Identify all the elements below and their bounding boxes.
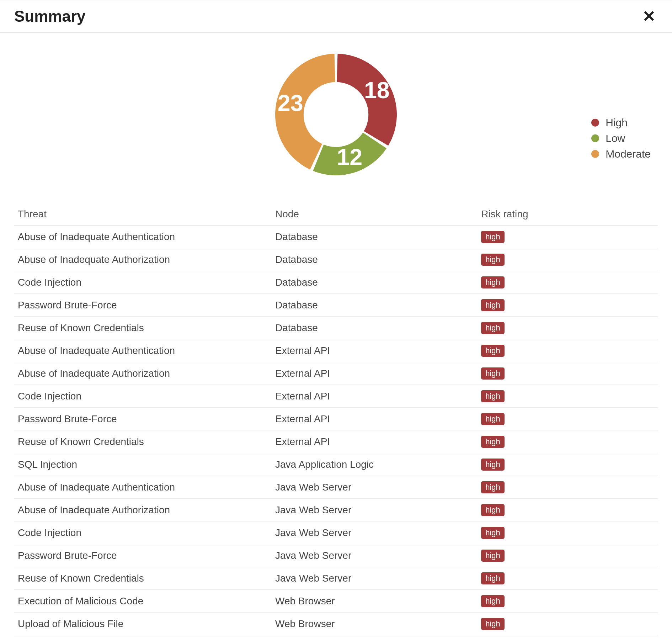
cell-threat: Abuse of Inadequate Authorization <box>14 362 272 385</box>
cell-rating: high <box>478 271 658 294</box>
cell-node: Web Browser <box>272 590 478 613</box>
cell-threat: Abuse of Inadequate Authentication <box>14 476 272 499</box>
table-row[interactable]: Upload of Malicious FileWeb Browserhigh <box>14 613 658 635</box>
legend-label: High <box>606 117 628 129</box>
cell-threat: Execution of Malicious Code <box>14 590 272 613</box>
legend-label: Low <box>606 132 625 144</box>
legend-dot-high <box>591 119 599 127</box>
summary-modal: Summary ✕ 181223 HighLowModerate Threat … <box>0 0 672 641</box>
cell-node: Java Web Server <box>272 476 478 499</box>
table-row[interactable]: Abuse of Inadequate AuthorizationExterna… <box>14 362 658 385</box>
legend-item-moderate[interactable]: Moderate <box>591 148 651 160</box>
cell-rating: high <box>478 567 658 590</box>
cell-rating: high <box>478 225 658 248</box>
cell-rating: high <box>478 339 658 362</box>
risk-badge: high <box>481 504 505 516</box>
table-row[interactable]: Execution of Malicious CodeWeb Browserhi… <box>14 590 658 613</box>
cell-node: Java Application Logic <box>272 453 478 476</box>
table-row[interactable]: Abuse of Inadequate AuthenticationExtern… <box>14 339 658 362</box>
risk-badge: high <box>481 595 505 607</box>
legend-item-low[interactable]: Low <box>591 132 651 144</box>
cell-node: External API <box>272 339 478 362</box>
risk-badge: high <box>481 413 505 425</box>
table-row[interactable]: Abuse of Inadequate AuthenticationJava W… <box>14 476 658 499</box>
cell-rating: high <box>478 499 658 521</box>
cell-node: Java Web Server <box>272 521 478 544</box>
cell-rating: high <box>478 317 658 339</box>
table-row[interactable]: Reuse of Known CredentialsDatabasehigh <box>14 317 658 339</box>
table-row[interactable]: Password Brute-ForceDatabasehigh <box>14 294 658 317</box>
cell-rating: high <box>478 385 658 408</box>
cell-threat: Abuse of Inadequate Authentication <box>14 339 272 362</box>
table-row[interactable]: Code InjectionDatabasehigh <box>14 271 658 294</box>
cell-rating: high <box>478 294 658 317</box>
cell-threat: Code Injection <box>14 521 272 544</box>
cell-threat: Password Brute-Force <box>14 544 272 567</box>
table-row[interactable]: Code InjectionJava Web Serverhigh <box>14 521 658 544</box>
cell-node: Database <box>272 317 478 339</box>
cell-threat: Reuse of Known Credentials <box>14 317 272 339</box>
risk-badge: high <box>481 276 505 288</box>
close-icon: ✕ <box>642 7 656 25</box>
cell-rating: high <box>478 362 658 385</box>
table-row[interactable]: Abuse of Inadequate AuthenticationDataba… <box>14 225 658 248</box>
cell-threat: Reuse of Known Credentials <box>14 430 272 453</box>
legend-dot-low <box>591 134 599 142</box>
risk-badge: high <box>481 618 505 630</box>
cell-threat: Reuse of Known Credentials <box>14 567 272 590</box>
risk-badge: high <box>481 459 505 471</box>
cell-threat: Code Injection <box>14 385 272 408</box>
risk-badge: high <box>481 572 505 584</box>
legend-item-high[interactable]: High <box>591 117 651 129</box>
legend-dot-moderate <box>591 150 599 158</box>
cell-rating: high <box>478 453 658 476</box>
chart-area: 181223 HighLowModerate <box>0 33 672 203</box>
cell-node: Database <box>272 294 478 317</box>
risk-badge: high <box>481 322 505 334</box>
column-header-rating[interactable]: Risk rating <box>478 203 658 225</box>
cell-node: Database <box>272 248 478 271</box>
cell-rating: high <box>478 613 658 635</box>
modal-header: Summary ✕ <box>0 0 672 33</box>
risk-badge: high <box>481 527 505 539</box>
table-row[interactable]: Code InjectionExternal APIhigh <box>14 385 658 408</box>
cell-node: Database <box>272 271 478 294</box>
table-row[interactable]: Reuse of Known CredentialsExternal APIhi… <box>14 430 658 453</box>
table-row[interactable]: SQL InjectionJava Application Logichigh <box>14 453 658 476</box>
cell-rating: high <box>478 408 658 430</box>
cell-rating: high <box>478 430 658 453</box>
modal-title: Summary <box>14 7 86 25</box>
donut-slice-label-low: 12 <box>337 144 362 170</box>
cell-node: External API <box>272 408 478 430</box>
threat-table: Threat Node Risk rating Abuse of Inadequ… <box>14 203 658 635</box>
cell-rating: high <box>478 544 658 567</box>
cell-node: External API <box>272 362 478 385</box>
cell-threat: Upload of Malicious File <box>14 613 272 635</box>
table-row[interactable]: Reuse of Known CredentialsJava Web Serve… <box>14 567 658 590</box>
chart-legend: HighLowModerate <box>591 113 651 164</box>
table-row[interactable]: Password Brute-ForceJava Web Serverhigh <box>14 544 658 567</box>
table-row[interactable]: Password Brute-ForceExternal APIhigh <box>14 408 658 430</box>
risk-badge: high <box>481 436 505 448</box>
close-button[interactable]: ✕ <box>640 8 658 25</box>
column-header-node[interactable]: Node <box>272 203 478 225</box>
threat-table-wrap: Threat Node Risk rating Abuse of Inadequ… <box>0 203 672 635</box>
cell-rating: high <box>478 248 658 271</box>
donut-slice-label-moderate: 23 <box>278 90 303 116</box>
footer: ScenarioOpen risksClosed risksReference … <box>0 639 672 641</box>
table-row[interactable]: Abuse of Inadequate AuthorizationJava We… <box>14 499 658 521</box>
donut-slice-label-high: 18 <box>364 78 390 103</box>
risk-badge: high <box>481 231 505 243</box>
cell-threat: SQL Injection <box>14 453 272 476</box>
cell-threat: Code Injection <box>14 271 272 294</box>
table-row[interactable]: Abuse of Inadequate AuthorizationDatabas… <box>14 248 658 271</box>
cell-node: Web Browser <box>272 613 478 635</box>
cell-rating: high <box>478 590 658 613</box>
cell-node: External API <box>272 385 478 408</box>
cell-threat: Abuse of Inadequate Authorization <box>14 248 272 271</box>
column-header-threat[interactable]: Threat <box>14 203 272 225</box>
cell-node: Java Web Server <box>272 567 478 590</box>
cell-rating: high <box>478 476 658 499</box>
cell-node: Java Web Server <box>272 544 478 567</box>
donut-chart: 181223 <box>268 47 404 182</box>
